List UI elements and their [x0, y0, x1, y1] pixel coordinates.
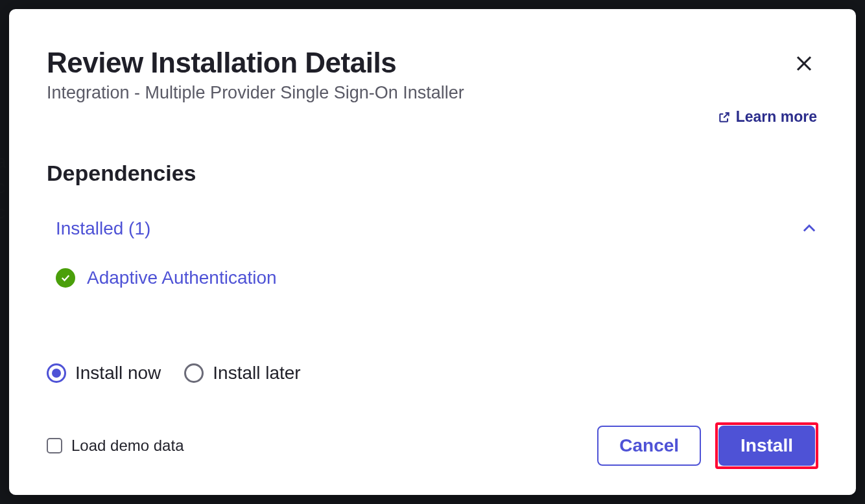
background-obscured-text: acc: [0, 149, 6, 225]
external-link-icon: [718, 111, 731, 124]
checkbox-unchecked-icon: [47, 438, 62, 453]
radio-checked-icon: [47, 363, 66, 383]
dependencies-group: Installed (1) Adaptive Authentication: [47, 218, 818, 288]
dependency-item: Adaptive Authentication: [56, 268, 818, 288]
install-button[interactable]: Install: [718, 426, 815, 466]
learn-more-label: Learn more: [736, 108, 817, 126]
dependency-link[interactable]: Adaptive Authentication: [87, 268, 277, 288]
install-button-label: Install: [741, 435, 793, 456]
modal-footer: Load demo data Cancel Install: [47, 422, 818, 469]
dependencies-heading: Dependencies: [47, 161, 818, 186]
close-icon: [794, 54, 814, 73]
title-block: Review Installation Details Integration …: [47, 47, 790, 103]
install-later-label: Install later: [213, 363, 300, 384]
load-demo-data-option[interactable]: Load demo data: [47, 437, 184, 455]
install-details-modal: Review Installation Details Integration …: [9, 9, 856, 495]
dependencies-group-toggle[interactable]: Installed (1): [56, 218, 818, 239]
cancel-button-label: Cancel: [619, 435, 679, 456]
modal-header: Review Installation Details Integration …: [47, 47, 818, 103]
modal-subtitle: Integration - Multiple Provider Single S…: [47, 83, 790, 103]
install-now-label: Install now: [75, 363, 161, 384]
cancel-button[interactable]: Cancel: [597, 426, 701, 466]
close-button[interactable]: [790, 49, 818, 78]
radio-unchecked-icon: [184, 363, 204, 383]
install-now-option[interactable]: Install now: [47, 363, 161, 384]
check-circle-icon: [56, 268, 75, 288]
chevron-up-icon: [800, 220, 818, 238]
footer-button-group: Cancel Install: [597, 422, 818, 469]
dependencies-group-label: Installed (1): [56, 218, 150, 239]
load-demo-data-label: Load demo data: [71, 437, 184, 455]
modal-title: Review Installation Details: [47, 47, 790, 79]
install-button-highlight: Install: [715, 422, 818, 469]
learn-more-link[interactable]: Learn more: [718, 108, 817, 126]
learn-more-row: Learn more: [47, 108, 818, 126]
install-timing-row: Install now Install later: [47, 363, 818, 384]
install-later-option[interactable]: Install later: [184, 363, 300, 384]
